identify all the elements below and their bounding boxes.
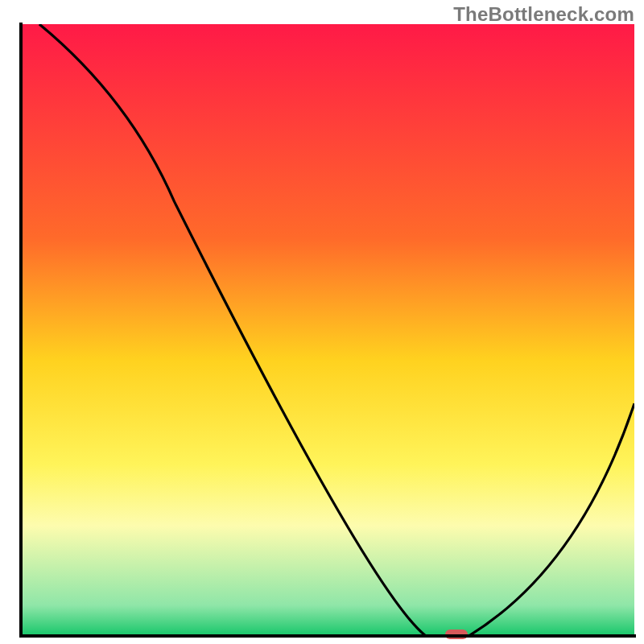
chart-gradient-background <box>21 24 634 636</box>
bottleneck-curve-chart <box>0 0 644 644</box>
watermark-text: TheBottleneck.com <box>453 3 634 26</box>
chart-container: TheBottleneck.com <box>0 0 644 644</box>
